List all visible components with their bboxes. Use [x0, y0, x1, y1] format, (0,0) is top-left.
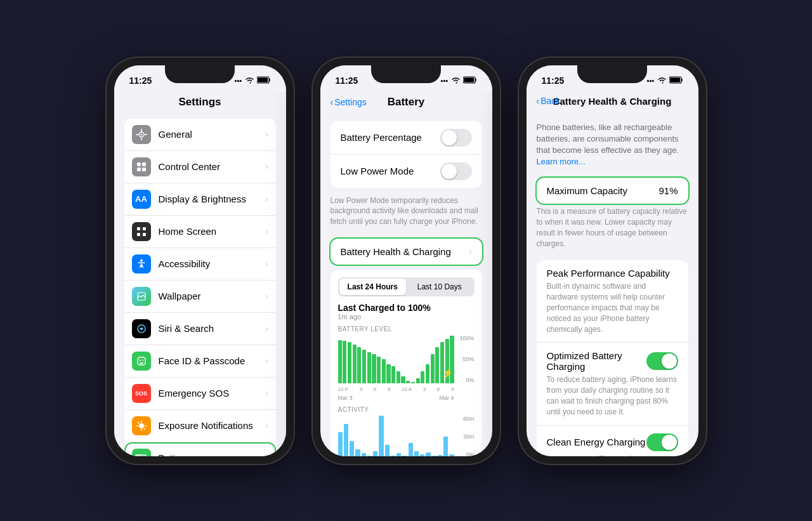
bar-18 — [421, 371, 424, 383]
battery-icon — [257, 76, 271, 85]
sidebar-item-general[interactable]: General › — [124, 119, 276, 151]
peak-performance-desc: Built-in dynamic software and hardware s… — [547, 281, 678, 334]
general-chevron: › — [265, 129, 268, 139]
optimized-charging-toggle[interactable] — [646, 352, 678, 370]
battery-nav: ‹ Settings Battery — [320, 92, 492, 114]
wallpaper-label: Wallpaper — [159, 291, 266, 301]
battery-toggles-section: Battery Percentage Low Power Mode — [331, 121, 482, 188]
ab9 — [385, 445, 390, 456]
sidebar-item-battery[interactable]: Battery › — [124, 442, 276, 456]
low-power-mode-toggle[interactable] — [440, 162, 472, 180]
bh-nav: ‹ Back Battery Health & Charging — [527, 92, 698, 112]
ab20 — [449, 454, 454, 456]
status-icons-2: ▪▪▪ — [441, 76, 477, 85]
ab1 — [338, 432, 343, 456]
bar-8 — [372, 354, 376, 383]
face-id-icon — [132, 352, 151, 371]
sidebar-item-home-screen[interactable]: Home Screen › — [124, 216, 276, 248]
bar-5 — [357, 347, 361, 383]
svg-rect-14 — [137, 233, 140, 236]
home-screen-label: Home Screen — [159, 226, 266, 237]
general-icon — [132, 125, 151, 144]
bar-1 — [338, 340, 342, 383]
time-selector[interactable]: Last 24 Hours Last 10 Days — [338, 277, 475, 296]
optimized-charging-header: Optimized Battery Charging — [547, 350, 678, 372]
display-brightness-label: Display & Brightness — [159, 194, 266, 204]
battery-x-labels: 12 P 3 6 9 12 A 3 6 9 — [338, 386, 454, 392]
battery-label: Battery — [159, 452, 266, 456]
sidebar-item-display-brightness[interactable]: AA Display & Brightness › — [124, 183, 276, 216]
clean-energy-header: Clean Energy Charging — [547, 433, 678, 451]
battery-percentage-label: Battery Percentage — [341, 132, 422, 143]
date-mar4: Mar 4 — [439, 395, 454, 401]
svg-line-28 — [143, 428, 145, 429]
sidebar-item-face-id[interactable]: Face ID & Passcode › — [124, 345, 276, 378]
activity-bars — [338, 416, 454, 456]
toggle-thumb-1 — [442, 130, 457, 145]
activity-label: ACTIVITY — [338, 406, 475, 413]
max-capacity-value: 91% — [658, 185, 678, 196]
time-btn-24h[interactable]: Last 24 Hours — [339, 279, 407, 295]
bh-back-label: Back — [540, 96, 560, 106]
ab13 — [409, 443, 413, 456]
battery-health-chevron: › — [469, 247, 471, 256]
bar-20 — [431, 354, 435, 383]
back-label: Settings — [334, 97, 367, 107]
clean-toggle-thumb — [662, 435, 677, 450]
bar-16 — [411, 382, 415, 383]
ab11 — [396, 453, 401, 456]
svg-rect-30 — [136, 456, 142, 456]
bar-6 — [362, 350, 366, 383]
ab5 — [362, 453, 366, 456]
toggle-thumb-2 — [442, 164, 457, 179]
time-btn-10d[interactable]: Last 10 Days — [406, 279, 473, 295]
exposure-notifications-label: Exposure Notifications — [159, 420, 266, 431]
bar-17 — [416, 378, 420, 383]
svg-rect-11 — [142, 168, 146, 171]
bh-intro-text: Phone batteries, like all rechargeable b… — [537, 122, 679, 155]
bh-back[interactable]: ‹ Back — [537, 96, 561, 106]
battery-back[interactable]: ‹ Settings — [331, 97, 367, 107]
sidebar-item-accessibility[interactable]: Accessibility › — [124, 248, 276, 280]
svg-rect-13 — [143, 227, 146, 230]
bh-title: Battery Health & Charging — [553, 96, 672, 107]
ay-0: 0m — [455, 451, 475, 456]
status-icons-3: ▪▪▪ — [647, 76, 683, 85]
bar-15 — [406, 381, 410, 383]
peak-performance-row: Peak Performance Capability Built-in dyn… — [537, 260, 688, 343]
optimized-charging-desc: To reduce battery aging, iPhone learns f… — [547, 374, 678, 417]
clean-energy-toggle[interactable] — [646, 433, 678, 451]
siri-search-chevron: › — [265, 324, 268, 333]
peak-performance-header: Peak Performance Capability — [547, 268, 678, 279]
bar-9 — [377, 357, 381, 383]
max-capacity-header: Maximum Capacity 91% — [547, 185, 678, 196]
y-100: 100% — [455, 335, 475, 341]
svg-rect-1 — [258, 77, 268, 82]
sidebar-item-siri-search[interactable]: Siri & Search › — [124, 313, 276, 345]
sidebar-item-exposure-notifications[interactable]: Exposure Notifications › — [124, 410, 276, 442]
last-charged-time: 1m ago — [338, 313, 475, 320]
ab16 — [426, 452, 430, 456]
battery-percentage-toggle[interactable] — [440, 129, 472, 147]
face-id-label: Face ID & Passcode — [159, 355, 266, 366]
sidebar-item-control-center[interactable]: Control Center › — [124, 151, 276, 183]
low-power-mode-row[interactable]: Low Power Mode — [331, 155, 482, 188]
battery-health-charging-row[interactable]: Battery Health & Charging › — [331, 239, 482, 265]
clean-energy-desc: In your region, iPhone will try to reduc… — [547, 454, 678, 456]
ab6 — [367, 456, 372, 456]
siri-search-icon — [132, 319, 151, 338]
optimized-charging-row: Optimized Battery Charging To reduce bat… — [537, 343, 688, 425]
battery-health-charging-label: Battery Health & Charging — [341, 246, 451, 257]
svg-point-3 — [140, 133, 142, 135]
sidebar-item-wallpaper[interactable]: Wallpaper › — [124, 280, 276, 313]
svg-rect-15 — [143, 233, 146, 236]
battery-settings-icon — [132, 449, 151, 456]
accessibility-label: Accessibility — [159, 258, 266, 269]
ab18 — [438, 455, 442, 456]
battery-title: Battery — [388, 96, 425, 109]
sidebar-item-emergency-sos[interactable]: SOS Emergency SOS › — [124, 378, 276, 410]
learn-more-link[interactable]: Learn more... — [537, 157, 586, 166]
y-0: 0% — [455, 377, 475, 383]
battery-percentage-row[interactable]: Battery Percentage — [331, 121, 482, 155]
emergency-sos-icon: SOS — [132, 384, 151, 403]
